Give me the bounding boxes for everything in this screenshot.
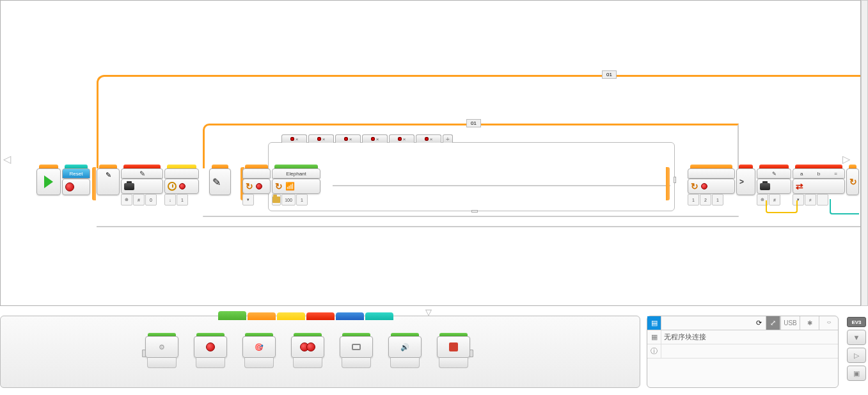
pencil-icon: ✎	[136, 168, 148, 179]
play-icon	[44, 175, 53, 188]
param-cell[interactable]: ↓	[164, 194, 176, 206]
palette-block-move-tank[interactable]	[291, 333, 324, 368]
loop-arrow-icon: ↻	[691, 181, 698, 191]
connection-wifi-icon[interactable]: ⌔	[819, 316, 838, 330]
status-dot-icon	[256, 183, 262, 189]
steering-icon: 🎯	[253, 341, 265, 353]
loop-arrow-icon: ↻	[849, 177, 857, 187]
start-block[interactable]	[36, 165, 61, 195]
status-message: 无程序块连接	[661, 332, 706, 342]
loop-border-bottom	[203, 216, 739, 217]
programming-canvas[interactable]: ◁ ▷ 01 01 × × × × × × + Reset	[0, 0, 861, 306]
loop-label-inner[interactable]: 01	[466, 119, 481, 127]
switch-add-case-button[interactable]: +	[443, 134, 453, 143]
palette-tab-myblocks[interactable]	[365, 312, 393, 320]
param-cell[interactable]: 1	[688, 194, 699, 206]
palette-tab-advanced[interactable]	[336, 312, 364, 320]
palette-block-sound[interactable]: 🔊	[388, 333, 422, 368]
loop-block-partial[interactable]: ↻	[846, 165, 859, 195]
loop-label-outer[interactable]: 01	[602, 70, 617, 79]
ev3-badge: EV3	[847, 317, 866, 327]
palette-block-motor-medium[interactable]: ⚙	[145, 333, 178, 368]
palette-block-motor-large[interactable]	[194, 333, 227, 368]
timer-icon	[168, 182, 177, 191]
suitcase-icon	[760, 183, 770, 190]
greater-than-icon: >	[739, 177, 744, 186]
connection-usb[interactable]: USB	[780, 316, 800, 330]
port-view-icon[interactable]: ▦	[647, 330, 661, 344]
bottom-panel: ⚙ 🎯	[0, 316, 868, 388]
palette-tab-flow[interactable]	[248, 312, 276, 320]
sound-label: Elephant	[272, 168, 320, 179]
loop-start-block[interactable]: ✎	[209, 165, 231, 195]
param-cell[interactable]: ⊕	[121, 194, 132, 206]
palette-block-move-steering[interactable]: 🎯	[242, 333, 276, 368]
suitcase-icon	[124, 183, 134, 190]
motor-icon: ⚙	[156, 341, 168, 353]
vertical-scrollbar[interactable]	[861, 0, 868, 306]
palette-category-tabs	[218, 312, 393, 320]
param-cell[interactable]: 1	[712, 194, 723, 206]
param-cell[interactable]: 100	[281, 194, 296, 206]
sound-block[interactable]: Elephant ↻📶 100 1	[272, 165, 320, 206]
download-button[interactable]: ▼	[847, 330, 866, 345]
expand-button[interactable]: ⤢	[766, 316, 780, 330]
data-wire-yellow	[766, 200, 798, 213]
timer-block[interactable]: ↓ 1	[164, 165, 199, 206]
switch-case-tabs: × × × × × × +	[281, 134, 453, 143]
palette-block-display[interactable]	[340, 333, 373, 368]
loop-end-block[interactable]: ↻ 1 2 1	[688, 165, 735, 206]
display-icon	[352, 344, 361, 350]
play-loop-icon: ↻	[275, 181, 283, 191]
param-cell[interactable]: ≠	[805, 194, 816, 206]
arrows-icon: ⇄	[796, 181, 803, 191]
tank-icon	[306, 343, 315, 351]
palette-block-brick-status[interactable]	[437, 333, 470, 368]
hardware-status-panel: ▤ ⟳ ⤢ USB ✱ ⌔ ▦ 无程序块连接 ⓘ	[647, 316, 839, 388]
param-cell[interactable]: 0	[145, 194, 157, 206]
speaker-icon: 🔊	[399, 341, 411, 353]
param-label: =	[834, 171, 837, 177]
switch-case-tab[interactable]: ×	[389, 134, 414, 143]
data-wire-teal	[830, 199, 859, 214]
loop-start-block[interactable]: ✎	[97, 165, 120, 195]
block-palette: ⚙ 🎯	[0, 316, 640, 388]
param-cell[interactable]	[817, 194, 828, 206]
run-button[interactable]: ▷	[847, 348, 866, 363]
switch-case-tab[interactable]: ×	[362, 134, 388, 143]
sequence-row: Reset ✎ ✎ ⊕ # 0	[36, 165, 860, 200]
param-cell[interactable]: #	[133, 194, 145, 206]
param-label: b	[817, 171, 820, 177]
loop-border-bottom	[97, 226, 860, 227]
compare-block[interactable]: >	[736, 165, 755, 195]
param-cell[interactable]: 2	[700, 194, 711, 206]
param-cell[interactable]	[272, 194, 281, 206]
brick-info-tab[interactable]: ▤	[647, 316, 661, 330]
pencil-icon: ✎	[212, 176, 221, 188]
pencil-icon: ✎	[102, 169, 114, 181]
palette-tab-action[interactable]	[218, 311, 246, 320]
palette-tab-data[interactable]	[306, 312, 335, 320]
param-cell[interactable]: ▾	[242, 194, 254, 206]
switch-case-tab[interactable]: ×	[281, 134, 307, 143]
myblock-reset[interactable]: Reset	[62, 165, 90, 195]
resize-handle-icon[interactable]	[471, 210, 478, 213]
variable-read-block[interactable]: ✎ ⊕ #	[757, 165, 791, 206]
scroll-left-icon[interactable]: ◁	[3, 153, 11, 165]
param-cell[interactable]: 1	[177, 194, 188, 206]
param-cell[interactable]: 1	[296, 194, 308, 206]
palette-tab-sensor[interactable]	[277, 312, 305, 320]
refresh-button[interactable]: ⟳	[752, 316, 766, 330]
variable-write-block[interactable]: ✎ ⊕ # 0	[121, 165, 163, 206]
available-bricks-icon[interactable]: ⓘ	[647, 344, 661, 358]
switch-case-tab[interactable]: ×	[308, 134, 334, 143]
switch-case-tab[interactable]: ×	[416, 134, 441, 143]
switch-case-tab[interactable]: ×	[335, 134, 361, 143]
status-dot-icon	[701, 183, 707, 189]
run-controls: EV3 ▼ ▷ ▣	[845, 316, 868, 388]
run-selected-button[interactable]: ▣	[847, 366, 866, 381]
loop-interrupt-block[interactable]: ↻ ▾	[242, 165, 271, 206]
folder-icon	[272, 197, 280, 203]
pencil-icon: ✎	[772, 171, 777, 177]
connection-bluetooth-icon[interactable]: ✱	[800, 316, 819, 330]
